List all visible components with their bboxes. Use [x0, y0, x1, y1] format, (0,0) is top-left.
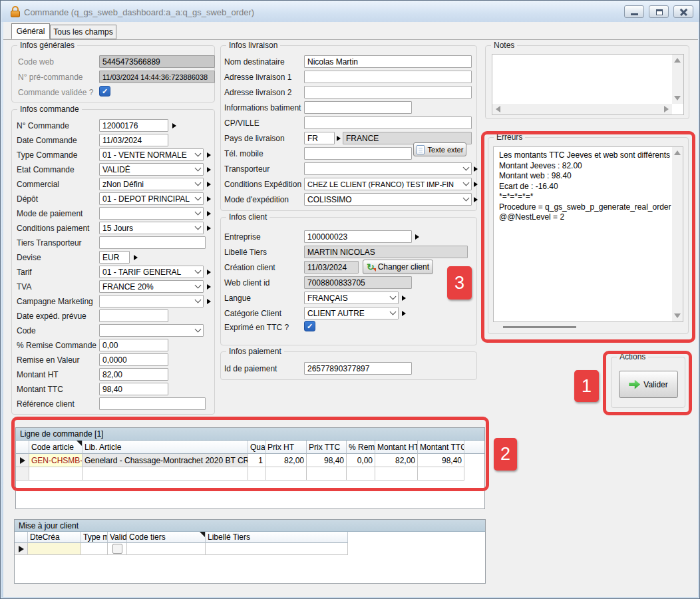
conditions-expedition-flyout-icon[interactable] [474, 182, 478, 187]
restore-button[interactable] [649, 5, 669, 18]
chevron-down-icon [390, 294, 397, 300]
date-exped-prevue-input[interactable] [99, 309, 168, 322]
annotation-badge-1: 1 [574, 370, 599, 402]
label-commande-validee: Commande validée ? [18, 88, 93, 97]
pre-commande-field: 11/03/2024 14:44:36:723886038 [99, 71, 215, 83]
depot-select[interactable]: 01 - DEPOT PRINCIPAL [99, 192, 204, 205]
minimize-button[interactable] [624, 5, 644, 18]
mode-paiement-select[interactable] [99, 207, 204, 220]
tiers-transporteur-input[interactable] [99, 236, 206, 249]
texte-externe-button[interactable]: Texte exter [413, 142, 466, 156]
cell-libelle-tiers[interactable] [206, 543, 348, 555]
commercial-select[interactable]: zNon Défini [99, 178, 204, 190]
adresse-livraison-1-input[interactable] [304, 71, 472, 83]
code-select[interactable] [99, 324, 204, 337]
chevron-down-icon [195, 165, 202, 172]
label-libelle-tiers: Libellé Tiers [224, 248, 267, 257]
notes-vertical-scrollbar[interactable] [672, 55, 683, 104]
col-type-mise[interactable]: Type mise [81, 532, 108, 543]
conditions-expedition-select[interactable]: CHEZ LE CLIENT (FRANCO) TEST IMP-FIN [304, 178, 472, 190]
cell-code-tiers[interactable] [127, 543, 206, 555]
transporteur-flyout-icon[interactable] [474, 166, 478, 172]
pays-code-input[interactable]: FR [304, 132, 335, 144]
col-valide[interactable]: Validé? [108, 532, 127, 543]
transporteur-select[interactable] [304, 162, 472, 175]
label-adresse-livraison-1: Adresse livraison 1 [224, 73, 291, 82]
id-paiement-input[interactable]: 26577890377897 [304, 362, 412, 375]
montant-ht-input[interactable]: 82,00 [99, 368, 168, 381]
restore-icon [656, 9, 663, 15]
adresse-livraison-2-input[interactable] [304, 86, 472, 99]
notes-horizontal-scrollbar[interactable] [492, 104, 672, 114]
entreprise-input[interactable]: 100000023 [304, 230, 412, 243]
numero-commande-input[interactable]: 12000176 [99, 119, 168, 132]
date-commande-input[interactable]: 11/03/2024 [99, 134, 168, 146]
title-bar[interactable]: Commande (q_gs_sweb_dashboard:a_a:q_gs_s… [1, 1, 700, 22]
pct-remise-commande-input[interactable]: 0,00 [99, 339, 168, 351]
col-libelle-tiers[interactable]: Libellé Tiers [206, 532, 348, 543]
conditions-paiement-select[interactable]: 15 Jours [99, 222, 204, 234]
campagne-marketing-select[interactable] [99, 295, 204, 307]
entreprise-flyout-icon[interactable] [415, 234, 419, 240]
valide-checkbox[interactable] [112, 544, 122, 554]
label-cp-ville: CP/VILLE [224, 118, 260, 128]
changer-client-button[interactable]: ↻ Changer client [363, 260, 433, 274]
pays-flyout-icon[interactable] [337, 136, 341, 141]
label-etat-commande: Etat Commande [17, 165, 75, 174]
label-adresse-livraison-2: Adresse livraison 2 [224, 88, 291, 97]
conditions-paiement-flyout-icon[interactable] [207, 226, 211, 231]
montant-ttc-input[interactable]: 98,40 [99, 383, 168, 395]
devise-input[interactable]: EUR [99, 251, 130, 264]
tab-tous-les-champs[interactable]: Tous les champs [50, 25, 116, 39]
type-commande-flyout-icon[interactable] [207, 152, 211, 158]
campagne-marketing-flyout-icon[interactable] [207, 299, 211, 304]
commande-validee-checkbox[interactable]: ✓ [99, 86, 110, 97]
depot-flyout-icon[interactable] [207, 196, 211, 202]
tel-mobile-input[interactable] [304, 147, 412, 160]
informations-batiment-input[interactable] [304, 101, 412, 114]
numero-commande-flyout-icon[interactable] [172, 123, 176, 128]
maj-client-empty-row[interactable] [15, 543, 348, 555]
col-dtecrea[interactable]: DteCréa [28, 532, 81, 543]
cell-dtecrea[interactable] [28, 543, 81, 555]
langue-select[interactable]: FRANÇAIS [304, 292, 399, 304]
label-web-client-id: Web client id [224, 278, 269, 288]
chevron-down-icon [195, 194, 202, 201]
remise-en-valeur-input[interactable]: 0,0000 [99, 353, 168, 366]
tva-select[interactable]: FRANCE 20% [99, 280, 204, 293]
categorie-client-flyout-icon[interactable] [402, 311, 406, 316]
scroll-down-icon[interactable] [674, 96, 681, 100]
label-remise-en-valeur: Remise en Valeur [17, 355, 80, 365]
cell-type-mise[interactable] [81, 543, 108, 555]
devise-flyout-icon[interactable] [134, 255, 138, 260]
exprime-en-ttc-checkbox[interactable]: ✓ [304, 321, 315, 331]
tab-general[interactable]: Général [11, 23, 50, 39]
row-marker[interactable] [15, 543, 28, 555]
nom-destinataire-input[interactable]: Nicolas Martin [304, 55, 472, 68]
tva-flyout-icon[interactable] [207, 284, 211, 290]
close-button[interactable] [673, 5, 693, 18]
langue-flyout-icon[interactable] [402, 296, 406, 301]
etat-commande-flyout-icon[interactable] [207, 167, 211, 172]
mode-expedition-select[interactable]: COLISSIMO [304, 193, 472, 206]
type-commande-select[interactable]: 01 - VENTE NORMALE [99, 148, 204, 161]
etat-commande-select[interactable]: VALIDÉ [99, 163, 204, 176]
tarif-select[interactable]: 01 - TARIF GENERAL [99, 266, 204, 278]
col-code-tiers[interactable]: Code tiers [127, 532, 206, 543]
scroll-left-icon[interactable] [496, 106, 500, 112]
categorie-client-select[interactable]: CLIENT AUTRE [304, 307, 399, 319]
mode-expedition-flyout-icon[interactable] [474, 197, 478, 202]
label-tarif: Tarif [17, 268, 32, 277]
scroll-right-icon[interactable] [664, 106, 669, 112]
mode-paiement-flyout-icon[interactable] [207, 211, 211, 216]
commercial-flyout-icon[interactable] [207, 182, 211, 187]
cell-valide[interactable] [108, 543, 127, 555]
label-code-web: Code web [18, 57, 54, 67]
code-web-field: 5445473566889 [99, 55, 215, 68]
reference-client-input[interactable] [99, 397, 206, 410]
chevron-down-icon [195, 224, 202, 230]
scroll-up-icon[interactable] [674, 58, 681, 63]
cp-ville-input[interactable] [304, 116, 472, 129]
creation-client-field: 11/03/2024 [304, 261, 359, 274]
tarif-flyout-icon[interactable] [207, 270, 211, 275]
